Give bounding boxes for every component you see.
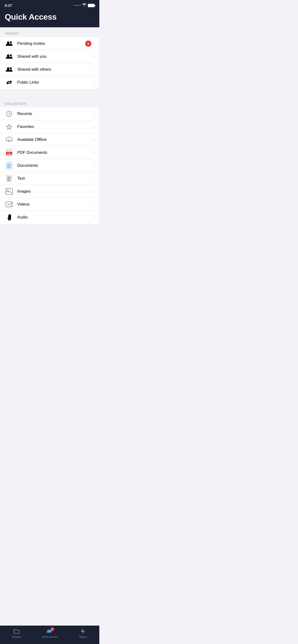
documents-icon — [5, 161, 14, 170]
videos-label: Videos — [17, 202, 93, 207]
text-icon — [5, 174, 14, 183]
svg-text:PDF: PDF — [7, 152, 11, 155]
collection-section-header: COLLECTION — [0, 98, 99, 107]
shared-with-others-item[interactable]: Shared with others › — [0, 63, 99, 76]
wifi-icon — [82, 3, 86, 8]
svg-rect-22 — [7, 179, 10, 180]
chevron-icon: › — [93, 150, 95, 155]
chevron-icon: › — [93, 42, 95, 46]
audio-label: Audio — [17, 215, 93, 220]
svg-rect-15 — [7, 165, 11, 166]
status-bar: 8:27 — [0, 0, 99, 10]
pending-invites-label: Pending Invites — [17, 41, 85, 46]
star-icon — [5, 122, 14, 131]
chevron-icon: › — [93, 54, 95, 59]
audio-item[interactable]: Audio › — [0, 211, 99, 224]
chevron-icon: › — [93, 202, 95, 206]
svg-point-1 — [10, 42, 12, 43]
chevron-icon: › — [93, 124, 95, 129]
link-icon — [5, 78, 14, 87]
public-links-item[interactable]: Public Links › — [0, 76, 99, 89]
users-icon — [5, 65, 14, 74]
favorites-item[interactable]: Favorites › — [0, 120, 99, 133]
main-content: SHARES Pending Invites 1 › — [0, 27, 99, 245]
public-links-label: Public Links — [17, 80, 93, 85]
images-label: Images — [17, 189, 93, 194]
collection-list: Recents › Favorites › Available Offl — [0, 107, 99, 224]
chevron-icon: › — [93, 138, 95, 142]
svg-rect-28 — [12, 203, 12, 204]
video-icon — [5, 200, 14, 209]
shared-with-others-label: Shared with others — [17, 67, 93, 72]
users-icon — [5, 52, 14, 61]
svg-rect-14 — [7, 164, 11, 164]
chevron-icon: › — [93, 112, 95, 116]
documents-item[interactable]: Documents › — [0, 159, 99, 172]
favorites-label: Favorites — [17, 124, 93, 129]
shares-section-header: SHARES — [0, 27, 99, 37]
recents-label: Recents — [17, 112, 93, 116]
svg-point-25 — [7, 190, 9, 191]
clock-icon — [5, 110, 14, 118]
pdf-icon: PDF — [5, 148, 14, 157]
users-icon — [5, 39, 14, 48]
svg-rect-16 — [7, 166, 10, 167]
recents-item[interactable]: Recents › — [0, 107, 99, 120]
shares-list: Pending Invites 1 › Shared with you › — [0, 37, 99, 89]
shared-with-you-label: Shared with you — [17, 54, 93, 59]
audio-icon — [5, 213, 14, 222]
pdf-documents-item[interactable]: PDF PDF Documents › — [0, 146, 99, 159]
svg-rect-17 — [7, 168, 11, 168]
page-title: Quick Access — [5, 12, 95, 22]
shared-with-you-item[interactable]: Shared with you › — [0, 50, 99, 63]
available-offline-item[interactable]: Available Offline › — [0, 133, 99, 146]
chevron-icon: › — [93, 80, 95, 84]
time-display: 8:27 — [5, 3, 12, 8]
images-item[interactable]: Images › — [0, 185, 99, 198]
svg-rect-23 — [7, 180, 11, 181]
text-item[interactable]: Text › — [0, 172, 99, 185]
videos-item[interactable]: Videos › — [0, 198, 99, 211]
page-header: Quick Access — [0, 10, 99, 27]
chevron-icon: › — [93, 164, 95, 168]
svg-marker-27 — [8, 204, 10, 205]
documents-label: Documents — [17, 163, 93, 168]
battery-icon — [88, 4, 95, 7]
pending-invites-item[interactable]: Pending Invites 1 › — [0, 37, 99, 50]
chevron-icon: › — [93, 176, 95, 181]
available-offline-label: Available Offline — [17, 137, 93, 142]
chevron-icon: › — [93, 189, 95, 194]
status-icons — [74, 3, 95, 8]
svg-point-5 — [10, 67, 12, 69]
svg-rect-20 — [7, 177, 11, 177]
text-label: Text — [17, 176, 93, 181]
image-icon — [5, 187, 14, 196]
cloud-offline-icon — [5, 135, 14, 144]
svg-rect-21 — [7, 178, 11, 178]
chevron-icon: › — [93, 67, 95, 72]
svg-point-3 — [10, 54, 12, 56]
signal-icon — [74, 5, 81, 6]
pdf-documents-label: PDF Documents — [17, 150, 93, 155]
chevron-icon: › — [93, 215, 95, 220]
section-divider — [0, 89, 99, 98]
pending-invites-badge: 1 — [85, 40, 91, 47]
